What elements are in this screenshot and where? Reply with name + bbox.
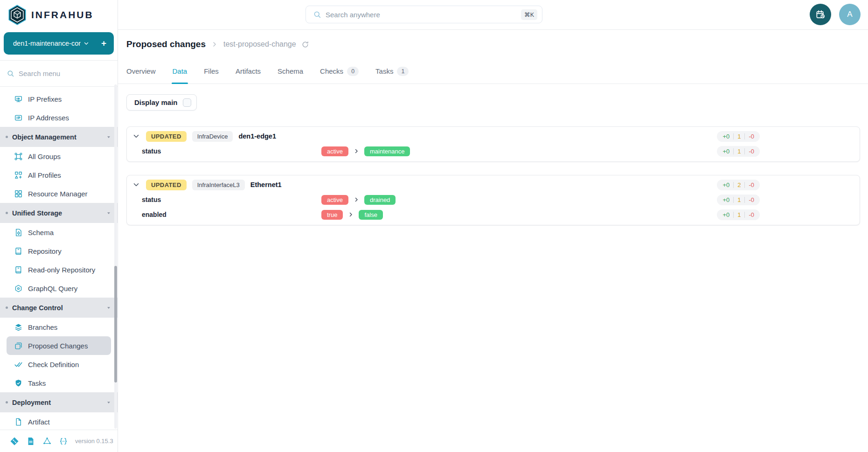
global-search: ⌘K: [306, 6, 542, 23]
diff-card-infradevice: UPDATED InfraDevice den1-edge1 +01-0 sta…: [126, 126, 860, 162]
version-label: version 0.15.3: [75, 438, 113, 445]
previous-value-badge: active: [321, 195, 348, 205]
infrahub-logo[interactable]: INFRAHUB: [0, 0, 118, 29]
search-icon: [7, 70, 14, 77]
action-badge: UPDATED: [146, 131, 187, 142]
sidebar-item-ip-addresses[interactable]: IP Addresses: [0, 108, 118, 127]
chevron-collapse-icon: [106, 306, 111, 310]
sidebar-item-artifact[interactable]: Artifact: [0, 412, 118, 430]
graphql-icon: [14, 284, 23, 293]
display-main-toggle[interactable]: Display main: [126, 94, 197, 111]
avatar[interactable]: A: [839, 4, 861, 25]
bullet-icon: [6, 136, 8, 138]
tasks-icon: [14, 379, 23, 388]
sidebar-item-ip-prefixes[interactable]: IP Prefixes: [0, 90, 118, 108]
check-definition-icon: [14, 360, 23, 369]
tab-schema[interactable]: Schema: [272, 59, 309, 83]
proposed-changes-icon: [14, 341, 23, 350]
bullet-icon: [6, 401, 8, 403]
object-name: den1-edge1: [238, 132, 276, 140]
diff-property-row[interactable]: status active maintenance +01-0: [127, 144, 860, 159]
refresh-icon[interactable]: [301, 41, 309, 49]
previous-value-badge: active: [321, 146, 348, 156]
sidebar-search-input[interactable]: [19, 70, 111, 77]
diff-property-row[interactable]: status active drained +01-0: [127, 192, 860, 207]
bullet-icon: [6, 306, 8, 309]
tab-artifacts[interactable]: Artifacts: [230, 59, 266, 83]
sidebar-item-branches[interactable]: Branches: [0, 318, 118, 336]
sidebar-item-all-groups[interactable]: All Groups: [0, 147, 118, 166]
ip-addresses-icon: [14, 113, 23, 122]
tab-tasks[interactable]: Tasks1: [370, 59, 414, 83]
main-area: ⌘K A Proposed changes test-proposed-chan…: [118, 0, 868, 452]
chevron-down-icon[interactable]: [132, 132, 140, 140]
sidebar-section-object-management[interactable]: Object Management: [0, 127, 118, 147]
chevron-collapse-icon: [106, 400, 111, 405]
sidebar-section-change-control[interactable]: Change Control: [0, 298, 118, 318]
diff-card-infrainterface: UPDATED InfraInterfaceL3 Ethernet1 +02-0…: [126, 175, 860, 225]
new-value-badge: drained: [364, 195, 396, 205]
global-search-input[interactable]: [326, 11, 517, 19]
sidebar-item-resource-manager[interactable]: Resource Manager: [0, 184, 118, 203]
sidebar-item-readonly-repository[interactable]: Read-only Repository: [0, 260, 118, 279]
logo-wordmark: INFRAHUB: [31, 9, 94, 21]
display-main-checkbox[interactable]: [183, 98, 191, 107]
sidebar-footer: version 0.15.3: [0, 430, 118, 452]
schedule-button[interactable]: [810, 4, 831, 25]
action-badge: UPDATED: [146, 180, 187, 190]
chevron-collapse-icon: [106, 135, 111, 139]
branches-icon: [14, 323, 23, 332]
app-window: INFRAHUB den1-maintenance-cor + IP Prefi…: [0, 0, 868, 452]
diff-counts: +01-0: [717, 195, 760, 205]
breadcrumb-root[interactable]: Proposed changes: [126, 39, 206, 49]
diff-counts: +01-0: [717, 209, 760, 220]
diff-card-header[interactable]: UPDATED InfraInterfaceL3 Ethernet1 +02-0: [127, 177, 860, 192]
ip-prefixes-icon: [14, 95, 23, 104]
tab-checks[interactable]: Checks0: [314, 59, 364, 83]
sidebar-scrollbar-thumb[interactable]: [114, 266, 117, 382]
sidebar-item-repository[interactable]: Repository: [0, 242, 118, 260]
docs-icon[interactable]: [26, 437, 35, 446]
previous-value-badge: true: [321, 210, 343, 220]
sidebar-section-deployment[interactable]: Deployment: [0, 392, 118, 412]
diff-card-header[interactable]: UPDATED InfraDevice den1-edge1 +01-0: [127, 129, 860, 144]
branch-selector[interactable]: den1-maintenance-cor +: [4, 32, 114, 55]
search-icon: [313, 10, 321, 19]
diff-counts: +02-0: [717, 180, 760, 190]
chevron-right-icon: [348, 212, 354, 217]
tab-overview[interactable]: Overview: [121, 59, 161, 83]
repository-icon: [14, 247, 23, 256]
property-name: status: [142, 147, 321, 155]
property-name: enabled: [142, 211, 321, 218]
swagger-braces-icon[interactable]: [59, 437, 68, 446]
diff-content: Display main UPDATED InfraDevice den1-ed…: [118, 84, 868, 452]
top-actions: A: [810, 4, 861, 25]
kind-badge: InfraDevice: [192, 131, 233, 142]
diff-property-row[interactable]: enabled true false +01-0: [127, 207, 860, 222]
chevron-down-icon[interactable]: [132, 181, 140, 189]
sidebar-item-tasks[interactable]: Tasks: [0, 374, 118, 392]
add-branch-button[interactable]: +: [101, 38, 106, 49]
calendar-clock-icon: [815, 9, 826, 20]
sidebar-item-schema[interactable]: Schema: [0, 223, 118, 242]
branch-name: den1-maintenance-cor: [13, 40, 81, 47]
git-icon[interactable]: [10, 437, 19, 446]
chevron-down-icon: [83, 40, 90, 47]
sidebar-item-graphql-query[interactable]: GraphQL Query: [0, 279, 118, 298]
chevron-right-icon: [354, 197, 359, 202]
branch-selector-row: den1-maintenance-cor +: [0, 29, 118, 61]
sidebar-item-check-definition[interactable]: Check Definition: [0, 355, 118, 374]
sidebar-section-unified-storage[interactable]: Unified Storage: [0, 203, 118, 223]
tab-files[interactable]: Files: [198, 59, 224, 83]
sidebar-item-all-profiles[interactable]: All Profiles: [0, 166, 118, 184]
sidebar-item-proposed-changes[interactable]: Proposed Changes: [7, 336, 111, 355]
groups-icon: [14, 152, 23, 161]
tab-data[interactable]: Data: [167, 59, 193, 83]
kind-badge: InfraInterfaceL3: [192, 180, 245, 190]
shortcut-badge: ⌘K: [521, 9, 537, 20]
graphql-sandbox-icon[interactable]: [42, 437, 52, 446]
chevron-right-icon: [211, 41, 218, 48]
diff-counts: +01-0: [717, 146, 760, 157]
new-value-badge: maintenance: [364, 146, 410, 156]
new-value-badge: false: [359, 210, 382, 220]
